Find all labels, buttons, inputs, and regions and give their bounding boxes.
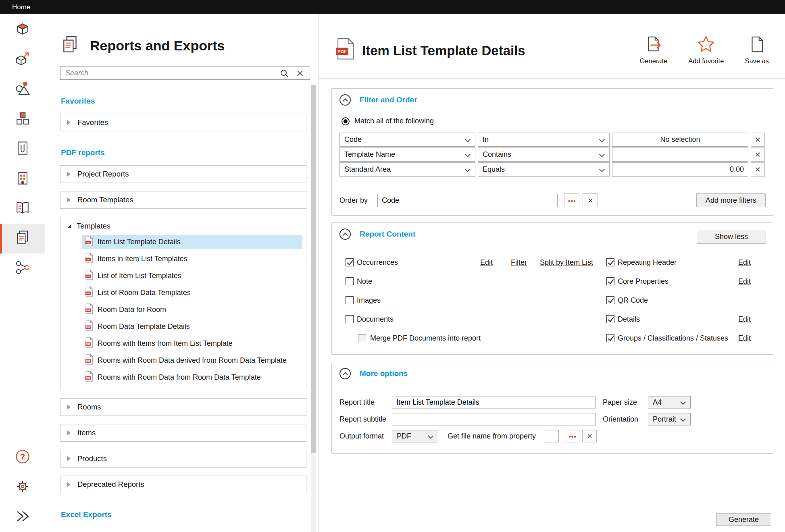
order-by-browse-button[interactable] — [564, 193, 579, 207]
rail-item-items[interactable] — [0, 104, 45, 134]
group-project-reports[interactable]: Project Reports — [60, 165, 306, 183]
group-favorites[interactable]: Favorites — [60, 114, 306, 131]
rail-item-share[interactable] — [0, 254, 45, 283]
orientation-select[interactable]: Portrait — [648, 413, 691, 426]
order-by-input[interactable] — [377, 194, 558, 207]
category-excel-exports: Excel Exports — [61, 510, 306, 519]
core-properties-edit-link[interactable]: Edit — [738, 277, 751, 285]
group-items[interactable]: Items — [60, 424, 306, 442]
generate-action[interactable]: Generate — [640, 35, 668, 65]
filter-field-select[interactable]: Standard Area — [339, 162, 475, 177]
report-item-label: Room Data for Room — [98, 305, 166, 314]
search-input[interactable] — [60, 66, 310, 79]
filter-operator-select[interactable]: In — [478, 133, 610, 147]
repeating-header-checkbox[interactable] — [606, 258, 614, 266]
filter-value-input[interactable] — [612, 148, 748, 162]
remove-filter-button[interactable] — [751, 133, 765, 147]
note-checkbox[interactable] — [346, 277, 354, 285]
match-all-radio[interactable] — [341, 117, 350, 125]
expander-icon — [67, 172, 71, 177]
group-deprecated-reports[interactable]: Deprecated Reports — [60, 476, 306, 493]
filter-value-picker[interactable]: No selection — [612, 133, 748, 147]
rail-item-rooms[interactable] — [0, 15, 45, 45]
report-subtitle-input[interactable] — [392, 413, 596, 426]
show-less-button[interactable]: Show less — [697, 230, 766, 244]
occurrences-checkbox[interactable] — [346, 258, 354, 266]
svg-text:PDF: PDF — [86, 241, 91, 244]
groups-classifications-checkbox[interactable] — [606, 334, 614, 342]
order-by-clear-button[interactable] — [583, 193, 598, 207]
clear-search-icon[interactable] — [296, 69, 304, 79]
filter-field-select[interactable]: Template Name — [339, 148, 475, 162]
page-title: Item List Template Details — [362, 43, 525, 58]
ellipsis-icon — [568, 197, 576, 204]
rail-item-expand[interactable] — [0, 502, 45, 532]
report-item[interactable]: PDF Rooms with Room Data from Room Data … — [82, 370, 302, 384]
occurrences-filter-link[interactable]: Filter — [511, 258, 527, 266]
core-properties-checkbox[interactable] — [606, 277, 614, 285]
rail-item-attachments[interactable] — [0, 134, 45, 164]
report-item[interactable]: PDF Room Data for Room — [82, 303, 302, 316]
search-icon[interactable] — [280, 69, 289, 80]
report-item[interactable]: PDF Items in Item List Templates — [82, 252, 302, 266]
group-products[interactable]: Products — [60, 450, 306, 468]
output-format-select[interactable]: PDF — [392, 430, 438, 443]
group-rooms[interactable]: Rooms — [60, 398, 306, 416]
group-room-templates[interactable]: Room Templates — [60, 191, 306, 209]
add-more-filters-button[interactable]: Add more filters — [696, 193, 766, 207]
group-templates-header[interactable]: Templates — [60, 217, 306, 235]
remove-filter-button[interactable] — [751, 162, 765, 177]
report-item[interactable]: PDF Item List Template Details — [82, 235, 302, 249]
option-label: Details — [618, 315, 640, 323]
collapse-section-button[interactable] — [339, 94, 351, 106]
report-title-input[interactable] — [392, 396, 596, 409]
file-name-clear-button[interactable] — [582, 430, 597, 443]
remove-filter-button[interactable] — [751, 148, 765, 162]
images-checkbox[interactable] — [346, 296, 354, 304]
report-item[interactable]: PDF List of Room Data Templates — [82, 286, 302, 299]
repeating-header-edit-link[interactable]: Edit — [738, 258, 751, 266]
selected-value: Portrait — [653, 415, 676, 424]
rail-item-functions[interactable] — [0, 75, 45, 104]
left-panel-scrollbar[interactable] — [311, 85, 316, 532]
report-item[interactable]: PDF Room Data Template Details — [82, 320, 302, 333]
home-tab[interactable]: Home — [0, 3, 30, 11]
save-as-action[interactable]: Save as — [745, 35, 769, 65]
collapse-section-button[interactable] — [339, 368, 351, 379]
details-edit-link[interactable]: Edit — [738, 315, 751, 323]
report-item[interactable]: PDF Rooms with Room Data derived from Ro… — [82, 353, 302, 367]
rail-item-catalogs[interactable] — [0, 194, 45, 224]
collapse-section-button[interactable] — [339, 229, 351, 240]
rail-item-settings[interactable] — [0, 472, 45, 502]
split-by-item-list-link[interactable]: Split by Item List — [540, 258, 593, 266]
documents-checkbox[interactable] — [346, 315, 354, 323]
filter-value-input[interactable]: 0.00 — [612, 162, 748, 177]
rail-item-help[interactable]: ? — [0, 443, 45, 472]
report-item[interactable]: PDF Rooms with Items from Item List Temp… — [82, 337, 302, 350]
file-name-property-input[interactable] — [544, 430, 559, 443]
cubes-icon — [14, 110, 31, 129]
qr-code-checkbox[interactable] — [606, 296, 614, 304]
report-item[interactable]: PDF List of Item List Templates — [82, 269, 302, 283]
merge-pdf-checkbox[interactable] — [358, 334, 366, 342]
filter-operator-select[interactable]: Contains — [478, 148, 610, 162]
paper-size-label: Paper size — [603, 398, 637, 407]
rail-item-room-function[interactable] — [0, 45, 45, 75]
report-item-label: Room Data Template Details — [98, 322, 190, 331]
details-checkbox[interactable] — [606, 315, 614, 323]
scrollbar-thumb[interactable] — [311, 85, 316, 453]
filter-operator-select[interactable]: Equals — [478, 162, 610, 177]
file-name-browse-button[interactable] — [565, 430, 579, 443]
group-label: Templates — [77, 222, 110, 231]
paper-size-select[interactable]: A4 — [648, 396, 691, 409]
generate-report-button[interactable]: Generate — [716, 513, 771, 526]
rail-item-core-data[interactable] — [0, 164, 45, 194]
groups-classifications-edit-link[interactable]: Edit — [738, 334, 751, 342]
selected-value: Contains — [483, 150, 511, 159]
filter-field-select[interactable]: Code — [339, 133, 475, 147]
expander-icon — [67, 405, 71, 409]
add-favorite-action[interactable]: Add favorite — [688, 35, 724, 65]
rail-item-reports[interactable] — [0, 224, 45, 254]
occurrences-edit-link[interactable]: Edit — [480, 258, 493, 266]
more-options-row: Output format PDF Get file name from pro… — [332, 428, 773, 445]
